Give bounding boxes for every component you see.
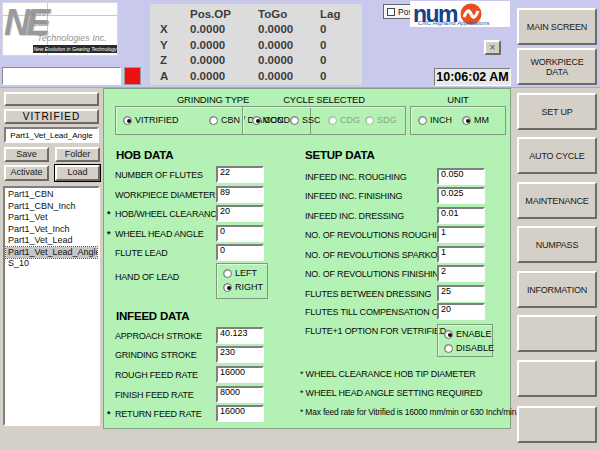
radio-icon bbox=[444, 344, 453, 353]
note-wheel-clearance: * WHEEL CLEARANCE HOB TIP DIAMETER bbox=[300, 369, 476, 379]
hob-wheel-clearance-input[interactable] bbox=[216, 205, 264, 222]
nav-main-screen-button[interactable]: MAIN SCREEN bbox=[517, 8, 597, 45]
nav-blank-button-1[interactable] bbox=[517, 315, 597, 352]
nav-auto-cycle-button[interactable]: AUTO CYCLE bbox=[517, 137, 597, 174]
num-logo: num CNC HighEnd Applications bbox=[410, 1, 510, 27]
nav-blank-button-3[interactable] bbox=[517, 406, 597, 443]
approach-stroke-input[interactable] bbox=[216, 327, 264, 344]
part-file-list[interactable]: Part1_CBN Part1_CBN_Inch Part1_Vet Part1… bbox=[3, 186, 100, 426]
radio-icon bbox=[252, 116, 261, 125]
logo-word-east: East bbox=[33, 19, 49, 28]
revolutions-finishing-input[interactable] bbox=[437, 265, 485, 282]
radio-icon bbox=[365, 116, 374, 125]
flute-lead-input[interactable] bbox=[216, 244, 264, 261]
activate-button[interactable]: Activate bbox=[4, 165, 49, 181]
alarm-indicator bbox=[124, 67, 141, 85]
infeed-inc-roughing-input[interactable] bbox=[437, 168, 485, 185]
field-label: NUMBER OF FLUTES bbox=[107, 170, 203, 180]
note-wheel-head-angle: * WHEEL HEAD ANGLE SETTING REQUIRED bbox=[300, 388, 482, 398]
field-label: *WHEEL HEAD ANGLE bbox=[107, 229, 204, 239]
field-label: FINISH FEED RATE bbox=[107, 390, 194, 400]
load-button[interactable]: Load bbox=[55, 165, 100, 181]
field-label: FLUTES TILL COMPENSATION CBN bbox=[305, 307, 450, 317]
nav-numpass-button[interactable]: NUMPASS bbox=[517, 226, 597, 263]
flute-plus-one-label: FLUTE+1 OPTION FOR VETRIFIED bbox=[305, 326, 446, 336]
radio-icon bbox=[290, 116, 299, 125]
radio-ssc[interactable]: SSC bbox=[290, 115, 321, 125]
list-item[interactable]: Part1_CBN_Inch bbox=[6, 201, 97, 213]
field-label: GRINDING STROKE bbox=[107, 350, 197, 360]
workpiece-diameter-input[interactable] bbox=[216, 186, 264, 203]
radio-vitrified[interactable]: VITRIFIED bbox=[123, 115, 179, 125]
position-row-z: Z 0.0000 0.0000 0 bbox=[150, 53, 362, 69]
radio-icon bbox=[123, 116, 132, 125]
field-label: INFEED INC. ROUGHING bbox=[305, 172, 407, 182]
infeed-inc-dressing-input[interactable] bbox=[437, 207, 485, 224]
nav-set-up-button[interactable]: SET UP bbox=[517, 93, 597, 130]
radio-right[interactable]: RIGHT bbox=[223, 282, 263, 292]
field-label: FLUTE LEAD bbox=[107, 248, 168, 258]
field-label: NO. OF REVOLUTIONS FINISHING bbox=[305, 269, 445, 279]
axis-position-table: Pos.OP ToGo Lag X 0.0000 0.0000 0 Y 0.00… bbox=[150, 4, 362, 85]
infeed-inc-finishing-input[interactable] bbox=[437, 187, 485, 204]
rough-feed-rate-input[interactable] bbox=[216, 366, 264, 383]
part-name-input[interactable] bbox=[4, 127, 99, 143]
flutes-till-compensation-input[interactable] bbox=[437, 303, 485, 320]
setup-data-title: SETUP DATA bbox=[305, 149, 375, 161]
folder-button[interactable]: Folder bbox=[55, 147, 100, 162]
field-label: INFEED INC. DRESSING bbox=[305, 211, 404, 221]
infeed-data-title: INFEED DATA bbox=[116, 310, 189, 322]
list-item-selected[interactable]: Part1_Vet_Lead_Angle bbox=[6, 247, 97, 259]
nav-workpiece-data-button[interactable]: WORKPIECE DATA bbox=[517, 48, 597, 85]
radio-inch[interactable]: INCH bbox=[418, 115, 452, 125]
revolutions-sparkout-input[interactable] bbox=[437, 246, 485, 263]
radio-icon bbox=[444, 330, 453, 339]
nav-blank-button-2[interactable] bbox=[517, 360, 597, 397]
flutes-between-dressing-input[interactable] bbox=[437, 285, 485, 302]
vendor-logo: NE North East Technologies Inc. New Evol… bbox=[2, 2, 118, 56]
radio-left[interactable]: LEFT bbox=[223, 268, 257, 278]
list-item[interactable]: Part1_Vet_Inch bbox=[6, 224, 97, 236]
field-label: NO. OF REVOLUTIONS ROUGHING bbox=[305, 230, 450, 240]
radio-cdg: CDG bbox=[328, 115, 360, 125]
field-label: WORKPIECE DIAMETER bbox=[107, 190, 215, 200]
position-row-a: A 0.0000 0.0000 0 bbox=[150, 68, 362, 84]
nav-information-button[interactable]: INFORMATION bbox=[517, 271, 597, 308]
checkbox-icon bbox=[387, 8, 395, 16]
radio-sdg: SDG bbox=[365, 115, 397, 125]
list-item[interactable]: S_10 bbox=[6, 258, 97, 270]
radio-enable[interactable]: ENABLE bbox=[444, 329, 492, 339]
col-header-togo: ToGo bbox=[258, 8, 320, 20]
field-label: FLUTES BETWEEN DRESSING bbox=[305, 289, 431, 299]
grinding-stroke-input[interactable] bbox=[216, 346, 264, 363]
field-label: INFEED INC. FINISHING bbox=[305, 191, 402, 201]
radio-icon bbox=[223, 283, 232, 292]
radio-ccc[interactable]: CCC bbox=[252, 115, 284, 125]
finish-feed-rate-input[interactable] bbox=[216, 386, 264, 403]
status-message-field bbox=[2, 67, 121, 85]
list-item[interactable]: Part1_Vet_Lead bbox=[6, 235, 97, 247]
field-label: APPROACH STROKE bbox=[107, 331, 202, 341]
radio-disable[interactable]: DISABLE bbox=[444, 343, 494, 353]
col-header-lag: Lag bbox=[320, 8, 362, 20]
revolutions-roughing-input[interactable] bbox=[437, 226, 485, 243]
list-item[interactable]: Part1_CBN bbox=[6, 189, 97, 201]
logo-tagline: New Evolution in Gearing Technology bbox=[33, 45, 117, 53]
list-item[interactable]: Part1_Vet bbox=[6, 212, 97, 224]
close-button[interactable]: × bbox=[484, 40, 501, 55]
hand-of-lead-label: HAND OF LEAD bbox=[115, 272, 179, 282]
radio-mm[interactable]: MM bbox=[462, 115, 489, 125]
number-of-flutes-input[interactable] bbox=[216, 166, 264, 183]
nav-maintenance-button[interactable]: MAINTENANCE bbox=[517, 182, 597, 219]
radio-icon bbox=[209, 116, 218, 125]
radio-icon bbox=[418, 116, 427, 125]
hob-data-title: HOB DATA bbox=[116, 149, 173, 161]
wheel-head-angle-input[interactable] bbox=[216, 225, 264, 242]
cycle-selected-group-label: CYCLE SELECTED bbox=[242, 94, 406, 105]
top-status-bar: NE North East Technologies Inc. New Evol… bbox=[0, 0, 600, 88]
return-feed-rate-input[interactable] bbox=[216, 405, 264, 422]
num-tagline: CNC HighEnd Applications bbox=[418, 20, 489, 26]
position-row-y: Y 0.0000 0.0000 0 bbox=[150, 37, 362, 53]
field-label: NO. OF REVOLUTIONS SPARKOUT bbox=[305, 250, 449, 260]
save-button[interactable]: Save bbox=[4, 147, 49, 162]
